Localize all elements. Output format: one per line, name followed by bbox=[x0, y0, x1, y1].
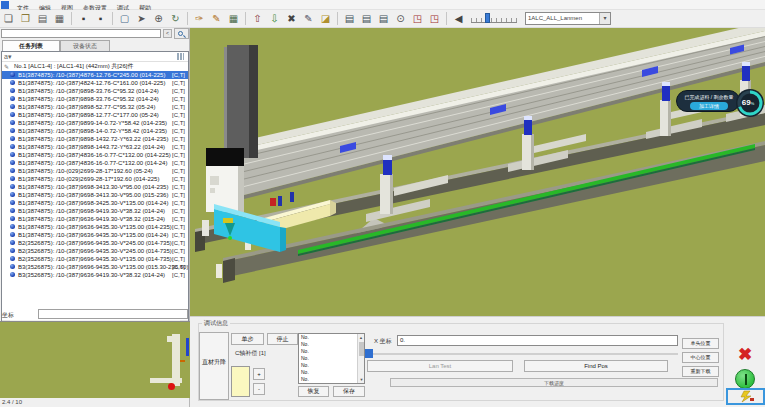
tree-row[interactable]: B1(3874875): /10-(387)4824-12.76-C*161.0… bbox=[2, 79, 188, 87]
position-slider-track[interactable] bbox=[366, 353, 678, 355]
collapse-button[interactable]: < bbox=[163, 29, 172, 38]
tree-row[interactable]: B1(3874875): /10-(387)9898-52.77-C*95.32… bbox=[2, 103, 188, 111]
cancel-button[interactable]: ✖ bbox=[732, 343, 758, 367]
chevron-down-icon[interactable]: ▾ bbox=[599, 13, 610, 24]
export-icon[interactable]: ▪ bbox=[93, 11, 108, 26]
tree-row[interactable]: B1(3874875): /10-(387)9698-3413.30-V*95.… bbox=[2, 191, 188, 199]
toolbar-separator bbox=[245, 12, 246, 25]
tab-task-list[interactable]: 任务列表 bbox=[2, 40, 60, 51]
rotate-icon[interactable]: ↻ bbox=[168, 11, 183, 26]
grid-icon[interactable]: ▦ bbox=[226, 11, 241, 26]
tree-row[interactable]: B1(3874875): /10-(387)9698-3413.30-V*95.… bbox=[2, 183, 188, 191]
search-button[interactable] bbox=[174, 28, 189, 39]
position-slider-thumb[interactable] bbox=[365, 349, 373, 358]
list-item[interactable]: No. bbox=[299, 348, 364, 355]
render-icon[interactable]: ◪ bbox=[318, 11, 333, 26]
slider-track bbox=[471, 22, 517, 23]
tree-row[interactable]: B3(3526875): /10-(387)9636-9419.30-V*38.… bbox=[2, 271, 188, 279]
cursor-icon[interactable]: ➤ bbox=[134, 11, 149, 26]
polyline-icon[interactable]: ✎ bbox=[301, 11, 316, 26]
tree-row[interactable]: B1(3874875): /10-(387)9898-12.77-C*177.0… bbox=[2, 111, 188, 119]
tree-row[interactable]: B2(3526875): /10-(387)9696-9435.30-V*245… bbox=[2, 247, 188, 255]
increment-button[interactable]: + bbox=[253, 368, 265, 380]
list-item[interactable]: No. bbox=[299, 341, 364, 348]
tab-device-status[interactable]: 设备状态 bbox=[60, 40, 110, 51]
step-button[interactable]: 单步 bbox=[231, 333, 264, 345]
list-item[interactable]: No. bbox=[299, 362, 364, 369]
slider-thumb[interactable] bbox=[485, 13, 490, 23]
columns-icon[interactable] bbox=[177, 53, 184, 60]
tree-row[interactable]: B1(3874875): /10-(387)4836-16-0.77-C*132… bbox=[2, 151, 188, 159]
tree-row[interactable]: B1(3874875): /10-(387)9898-33.76-C*95.32… bbox=[2, 95, 188, 103]
tree-row[interactable]: B1(3874875): /10-(387)4836-16-0.77-C*132… bbox=[2, 159, 188, 167]
filter-icon[interactable]: a▾ bbox=[4, 53, 11, 61]
adjust-button-0[interactable]: 单头位置 bbox=[682, 338, 719, 349]
profile-combo[interactable]: 1ALC_ALL_Lanmen ▾ bbox=[525, 12, 611, 25]
tree-root-node[interactable]: ✎ No.1 [ALC1-4] : [ALC1-41] (442mm) 共[26… bbox=[2, 62, 188, 71]
list-item[interactable]: No. bbox=[299, 376, 364, 383]
select-region-icon[interactable]: ▢ bbox=[117, 11, 132, 26]
report2-icon[interactable]: ▤ bbox=[359, 11, 374, 26]
list-scroll-thumb[interactable] bbox=[359, 342, 364, 356]
list-scrollbar[interactable]: ▲ ▼ bbox=[357, 334, 364, 383]
tree-header: a▾ bbox=[2, 52, 188, 62]
adjust-button-1[interactable]: 中心位置 bbox=[682, 352, 719, 363]
open-file-icon[interactable]: ❐ bbox=[18, 11, 33, 26]
export-image-icon[interactable]: ◳ bbox=[427, 11, 442, 26]
tree-row[interactable]: B1(3874875): /10-(387)9636-9435.30-V*135… bbox=[2, 231, 188, 239]
position-listbox[interactable]: No.No.No.No.No.No.No. ▲ ▼ bbox=[298, 333, 365, 384]
start-button[interactable] bbox=[735, 369, 755, 389]
new-file-icon[interactable]: ❏ bbox=[1, 11, 16, 26]
scroll-down-icon[interactable]: ▼ bbox=[358, 376, 365, 383]
tree-row[interactable]: B1(3874875): /10-(387)9898-14-0.72-Y*58.… bbox=[2, 127, 188, 135]
tree-row[interactable]: B1(3874875): /10-(029)2699-28-17*192.60 … bbox=[2, 175, 188, 183]
lan-test-button[interactable]: Lan Test bbox=[367, 360, 513, 372]
decrement-button[interactable]: - bbox=[253, 383, 265, 395]
scroll-up-icon[interactable]: ▲ bbox=[358, 334, 364, 341]
save-button[interactable]: 保存 bbox=[333, 386, 365, 397]
edit-icon[interactable]: ✎ bbox=[209, 11, 224, 26]
measure-icon[interactable]: ✑ bbox=[192, 11, 207, 26]
tree-row[interactable]: B1(3874875): /10-(387)9636-9435.30-V*135… bbox=[2, 223, 188, 231]
report3-icon[interactable]: ▤ bbox=[376, 11, 391, 26]
restore-button[interactable]: 恢复 bbox=[298, 386, 329, 397]
tree-row[interactable]: B1(3874875): /10-(387)9899-14-0.72-Y*58.… bbox=[2, 119, 188, 127]
tree-row[interactable]: B2(3526875): /10-(387)9696-9435.30-V*135… bbox=[2, 255, 188, 263]
material-lift-button[interactable]: 直材升降 bbox=[199, 332, 229, 400]
stop-button[interactable]: 停止 bbox=[267, 333, 298, 345]
manual-mode-button[interactable] bbox=[726, 388, 765, 405]
print-icon[interactable]: ▦ bbox=[52, 11, 67, 26]
3d-viewport[interactable]: 已完成进料 / 剩余数量 加工详情 69% bbox=[190, 28, 765, 316]
tree-row[interactable]: B1(3874875): /10-(387)9698-9419.30-V*38.… bbox=[2, 207, 188, 215]
zoom-icon[interactable]: ⊕ bbox=[151, 11, 166, 26]
tree-row-flag: [C,T] bbox=[172, 127, 185, 135]
tree-row[interactable]: B1(3874875): /10-(387)9636-9419.30-V*38.… bbox=[2, 215, 188, 223]
save-all-icon[interactable]: ▪ bbox=[76, 11, 91, 26]
list-item[interactable]: No. bbox=[299, 369, 364, 376]
report-icon[interactable]: ▤ bbox=[342, 11, 357, 26]
list-item[interactable]: No. bbox=[299, 334, 364, 341]
tree-row[interactable]: B2(3526875): /10-(387)9696-9435.30-V*245… bbox=[2, 239, 188, 247]
sound-icon[interactable]: ◀ bbox=[451, 11, 466, 26]
tree-row[interactable]: B1(3874875): /10-(387)9898-1443.72-Y*63.… bbox=[2, 143, 188, 151]
tree-row[interactable]: B1(3874875): /10-(387)9698-3425.30-V*135… bbox=[2, 199, 188, 207]
x-coordinate-input[interactable]: 0. bbox=[397, 335, 678, 346]
save-icon[interactable]: ▤ bbox=[35, 11, 50, 26]
progress-badge-button[interactable]: 加工详情 bbox=[690, 102, 728, 110]
export-pdf-icon[interactable]: ◳ bbox=[410, 11, 425, 26]
download-icon[interactable]: ⇩ bbox=[267, 11, 282, 26]
delete-icon[interactable]: ✖ bbox=[284, 11, 299, 26]
tree-row[interactable]: B1(3874875): /10-(387)9898-33.76-C*95.32… bbox=[2, 87, 188, 95]
coord-input[interactable] bbox=[38, 309, 188, 319]
search-input[interactable] bbox=[1, 29, 161, 38]
adjust-button-2[interactable]: 重新下载 bbox=[682, 366, 719, 377]
tree-row[interactable]: B1(3874875): /10-(029)2699-28-17*192.60 … bbox=[2, 167, 188, 175]
speed-slider[interactable] bbox=[471, 13, 517, 25]
tree-row[interactable]: B1(3874875): /10-(387)4876-12.76-C*245.0… bbox=[2, 71, 188, 79]
tree-row[interactable]: B3(3526875): /10-(387)9696-9435.30-V*135… bbox=[2, 263, 188, 271]
tree-row[interactable]: B1(3874875): /10-(387)9898-1432.72-Y*63.… bbox=[2, 135, 188, 143]
upload-icon[interactable]: ⇧ bbox=[250, 11, 265, 26]
find-pos-button[interactable]: Find Pos bbox=[524, 360, 668, 372]
list-item[interactable]: No. bbox=[299, 355, 364, 362]
search-icon[interactable]: ⊙ bbox=[393, 11, 408, 26]
